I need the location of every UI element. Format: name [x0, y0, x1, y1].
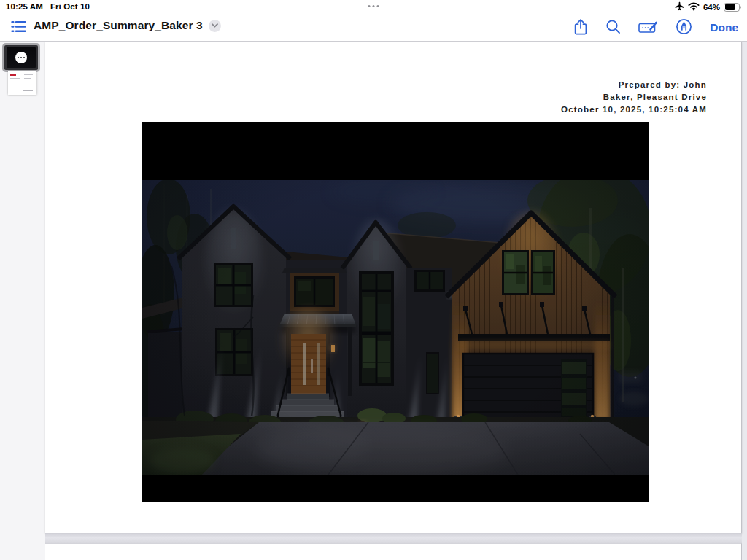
page-gap [45, 533, 742, 543]
markup-button[interactable] [638, 20, 658, 36]
page-loading-indicator [15, 52, 27, 63]
prepared-by-line-3: October 10, 2025, 10:25:04 AM [561, 104, 707, 116]
thumbnail-sidebar [0, 42, 45, 560]
thumbnails-list-icon [11, 20, 26, 35]
document-title: AMP_Order_Summary_Baker 3 [34, 19, 203, 32]
house-night-photo [142, 122, 649, 502]
battery-percent: 64% [703, 3, 720, 12]
status-time: 10:25 AM [6, 2, 43, 11]
prepared-by-block: Prepared by: John Baker, Pleasant Drive … [561, 79, 707, 116]
page-1-thumbnail[interactable] [2, 43, 40, 72]
share-button[interactable] [573, 18, 588, 38]
airplane-mode-icon [675, 1, 684, 12]
search-button[interactable] [605, 19, 621, 36]
prepared-by-line-1: Prepared by: John [561, 79, 707, 91]
document-area: Prepared by: John Baker, Pleasant Drive … [0, 42, 747, 560]
page-2-thumbnail[interactable] [8, 71, 36, 95]
page-1-thumbnail-image [7, 47, 36, 68]
done-button[interactable]: Done [710, 21, 738, 34]
status-date: Fri Oct 10 [50, 2, 90, 11]
share-icon [573, 18, 588, 38]
prepared-by-line-2: Baker, Pleasant Drive [561, 91, 707, 104]
annotate-button[interactable] [676, 18, 692, 37]
status-bar: 10:25 AM Fri Oct 10 64% [0, 0, 747, 15]
document-title-menu[interactable]: AMP_Order_Summary_Baker 3 [34, 19, 221, 32]
pdf-viewer-screen: 10:25 AM Fri Oct 10 64% [0, 0, 747, 560]
wifi-icon [688, 2, 700, 12]
chevron-down-icon [212, 23, 218, 28]
battery-icon [724, 3, 742, 12]
pdf-page-1: Prepared by: John Baker, Pleasant Drive … [45, 42, 742, 533]
top-bar: 10:25 AM Fri Oct 10 64% [0, 0, 747, 42]
title-chevron-badge[interactable] [209, 20, 221, 32]
multitask-indicator[interactable] [368, 5, 379, 7]
document-toolbar: AMP_Order_Summary_Baker 3 [0, 15, 747, 41]
page-thumbnails-button[interactable] [11, 20, 26, 35]
pencil-circle-icon [676, 18, 692, 37]
battery-fill [725, 4, 735, 10]
markup-icon [638, 20, 658, 36]
page-scroll-area[interactable]: Prepared by: John Baker, Pleasant Drive … [45, 42, 747, 560]
search-icon [605, 19, 621, 36]
pdf-page-2 [45, 543, 742, 560]
